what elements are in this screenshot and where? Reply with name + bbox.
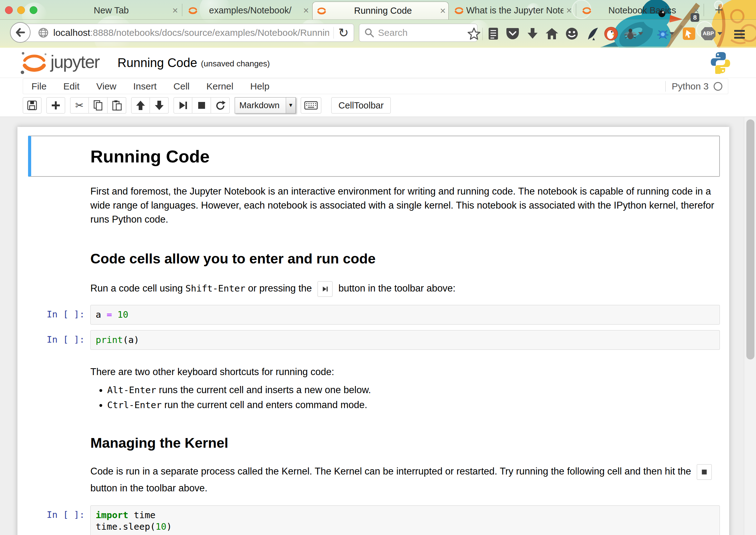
code-line: import time bbox=[96, 509, 715, 521]
tab-what-is-jupyter[interactable]: What is the Jupyter Notebook × bbox=[450, 2, 575, 19]
menu-bar: File Edit View Insert Cell Kernel Help P… bbox=[23, 78, 728, 94]
kernel-name: Python 3 bbox=[672, 81, 709, 92]
menu-insert[interactable]: Insert bbox=[125, 81, 165, 92]
home-button[interactable] bbox=[545, 26, 559, 41]
arrow-down-icon bbox=[154, 100, 165, 111]
paste-cell-button[interactable] bbox=[108, 97, 126, 113]
star-addon-button[interactable] bbox=[682, 26, 696, 41]
copy-cell-button[interactable] bbox=[89, 97, 108, 113]
page-scrollbar-track[interactable] bbox=[744, 117, 756, 535]
screen: New Tab × examples/Notebook/ × Running C… bbox=[0, 0, 756, 535]
tab-examples-notebook[interactable]: examples/Notebook/ × bbox=[184, 2, 311, 19]
window-zoom-button[interactable] bbox=[30, 6, 38, 14]
quill-button[interactable] bbox=[585, 26, 600, 41]
celltoolbar-button[interactable]: CellToolbar bbox=[331, 97, 391, 113]
code-cell-1: In [ ]: a = 10 bbox=[28, 305, 720, 324]
new-tab-button[interactable]: + bbox=[711, 1, 727, 19]
code-input-area[interactable]: import time time.sleep(10) bbox=[90, 505, 720, 535]
tab-new-tab[interactable]: New Tab × bbox=[53, 2, 181, 19]
menu-file[interactable]: File bbox=[23, 81, 55, 92]
interrupt-kernel-button[interactable] bbox=[192, 97, 211, 113]
cell-type-selected: Markdown bbox=[239, 100, 280, 110]
tab-label: New Tab bbox=[53, 5, 170, 15]
python-logo-icon bbox=[711, 51, 730, 74]
tab-close-icon[interactable]: × bbox=[563, 2, 575, 19]
code-input-area[interactable]: a = 10 bbox=[90, 305, 720, 324]
duckduckgo-button[interactable] bbox=[604, 26, 618, 41]
fly-addon-dropdown-caret[interactable] bbox=[638, 32, 643, 35]
downloads-button[interactable] bbox=[526, 26, 540, 41]
search-bar[interactable]: Search bbox=[359, 24, 477, 42]
navigation-bar: localhost:8888/notebooks/docs/source/exa… bbox=[0, 19, 756, 48]
cell-type-select[interactable]: Markdown ▼ bbox=[235, 97, 296, 113]
shortcuts-list: Alt-Enter runs the current cell and inse… bbox=[28, 383, 720, 412]
adblock-plus-dropdown-caret[interactable] bbox=[717, 32, 722, 35]
selected-markdown-cell[interactable]: Running Code bbox=[28, 136, 720, 177]
notebook-title[interactable]: Running Code bbox=[118, 56, 197, 70]
window-close-button[interactable] bbox=[5, 6, 13, 14]
tab-notebook-basics[interactable]: Notebook Basics × bbox=[578, 2, 702, 19]
menu-edit[interactable]: Edit bbox=[55, 81, 88, 92]
fly-addon-button[interactable] bbox=[623, 26, 637, 41]
copy-icon bbox=[93, 100, 103, 111]
inline-run-button bbox=[317, 281, 333, 297]
move-cell-up-button[interactable] bbox=[131, 97, 150, 113]
plus-icon bbox=[50, 100, 61, 111]
jupyter-logo-text: jupyter bbox=[50, 51, 99, 72]
quill-icon bbox=[586, 27, 599, 40]
select-arrow-strip: ▼ bbox=[286, 98, 295, 113]
bug-addon-button[interactable] bbox=[656, 26, 670, 41]
fly-icon bbox=[623, 27, 637, 41]
input-prompt: In [ ]: bbox=[28, 330, 90, 350]
menu-cell[interactable]: Cell bbox=[165, 81, 198, 92]
command-palette-button[interactable] bbox=[301, 97, 321, 113]
restart-kernel-button[interactable] bbox=[211, 97, 230, 113]
menu-help[interactable]: Help bbox=[242, 81, 278, 92]
notebook-area: Running Code First and foremost, the Jup… bbox=[0, 117, 756, 535]
list-item: Ctrl-Enter run the current cell and ente… bbox=[107, 398, 720, 412]
tab-close-icon[interactable]: × bbox=[170, 2, 181, 19]
run-text-pre: Run a code cell using bbox=[90, 283, 185, 294]
search-icon bbox=[364, 28, 374, 38]
kernel-text-post: button in the toolbar above. bbox=[90, 483, 207, 493]
paste-icon bbox=[112, 100, 122, 111]
insert-cell-button[interactable] bbox=[46, 97, 65, 113]
save-button[interactable] bbox=[23, 97, 41, 113]
code-input-area[interactable]: print(a) bbox=[90, 330, 720, 350]
home-icon bbox=[545, 27, 558, 40]
menu-button[interactable] bbox=[734, 26, 748, 43]
toolbar-separator bbox=[482, 28, 483, 40]
back-button[interactable] bbox=[10, 22, 31, 43]
addon-badge: 8 bbox=[690, 13, 699, 22]
run-icon bbox=[177, 100, 188, 111]
tab-running-code-active[interactable]: Running Code × bbox=[312, 2, 449, 20]
tab-close-icon[interactable]: × bbox=[300, 2, 311, 19]
reading-list-icon bbox=[488, 27, 499, 40]
reload-button[interactable]: ↻ bbox=[338, 26, 349, 39]
menu-kernel[interactable]: Kernel bbox=[198, 81, 242, 92]
pocket-button[interactable] bbox=[505, 26, 520, 41]
tab-close-icon[interactable]: × bbox=[437, 2, 448, 20]
menu-view[interactable]: View bbox=[88, 81, 125, 92]
bookmark-star-button[interactable] bbox=[467, 26, 481, 41]
reading-list-button[interactable] bbox=[486, 26, 500, 41]
run-icon bbox=[322, 285, 329, 293]
move-cell-down-button[interactable] bbox=[150, 97, 169, 113]
jupyter-logo[interactable]: jupyter bbox=[19, 49, 99, 76]
notebook-h1: Running Code bbox=[90, 146, 210, 166]
smiley-icon bbox=[565, 27, 579, 40]
keyboard-icon bbox=[304, 100, 318, 111]
bug-addon-dropdown-caret[interactable] bbox=[669, 32, 674, 35]
run-cell-button[interactable] bbox=[174, 97, 192, 113]
search-placeholder: Search bbox=[378, 27, 408, 38]
feedback-smiley-button[interactable] bbox=[565, 26, 579, 41]
arrow-up-icon bbox=[135, 100, 146, 111]
page-scrollbar-thumb[interactable] bbox=[746, 119, 754, 359]
tab-bar: New Tab × examples/Notebook/ × Running C… bbox=[0, 0, 756, 19]
window-minimize-button[interactable] bbox=[17, 6, 25, 14]
adblock-plus-button[interactable]: ABP bbox=[701, 26, 716, 41]
cut-cell-button[interactable]: ✂ bbox=[70, 97, 89, 113]
url-bar[interactable]: localhost:8888/notebooks/docs/source/exa… bbox=[20, 24, 354, 42]
notebook-container: Running Code First and foremost, the Jup… bbox=[17, 127, 729, 535]
code-cell-3: In [ ]: import time time.sleep(10) bbox=[28, 505, 720, 535]
